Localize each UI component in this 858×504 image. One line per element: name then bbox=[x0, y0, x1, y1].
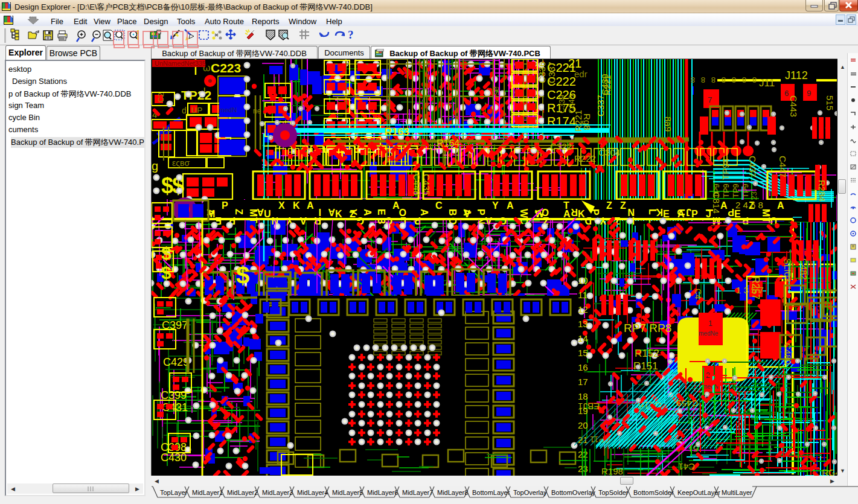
svg-text:U: U bbox=[264, 209, 271, 219]
svg-text:R174: R174 bbox=[547, 115, 576, 128]
svg-text:11: 11 bbox=[578, 290, 587, 300]
svg-text:K: K bbox=[656, 207, 663, 217]
svg-text:MidLayer7: MidLayer7 bbox=[402, 489, 433, 496]
svg-text:8: 8 bbox=[711, 75, 716, 85]
svg-text:TopSolder: TopSolder bbox=[598, 489, 629, 496]
svg-text:C448: C448 bbox=[412, 174, 422, 196]
svg-text:R: R bbox=[571, 207, 578, 217]
svg-text:εςвσ: εςвσ bbox=[172, 158, 190, 168]
svg-text:6: 6 bbox=[784, 89, 789, 98]
svg-text:K: K bbox=[578, 209, 585, 219]
svg-text:C336: C336 bbox=[537, 62, 547, 83]
svg-text:13: 13 bbox=[578, 319, 588, 329]
svg-text:BottomOverlay: BottomOverlay bbox=[551, 489, 595, 496]
svg-text:se: se bbox=[491, 86, 501, 95]
svg-text:12: 12 bbox=[578, 304, 588, 314]
svg-text:C429: C429 bbox=[163, 356, 189, 368]
svg-text:C431: C431 bbox=[162, 401, 188, 413]
svg-text:TopOverlay: TopOverlay bbox=[513, 489, 547, 496]
svg-text:15: 15 bbox=[578, 348, 588, 358]
svg-text:E: E bbox=[376, 209, 386, 215]
svg-text:J: J bbox=[686, 207, 691, 217]
svg-text:C2: C2 bbox=[156, 92, 165, 103]
svg-text:medNe: medNe bbox=[699, 330, 719, 337]
svg-text:R284: R284 bbox=[817, 180, 827, 202]
svg-text:Rg8: Rg8 bbox=[582, 113, 592, 130]
svg-text:BottomLayer: BottomLayer bbox=[472, 489, 510, 496]
svg-text:g: g bbox=[152, 159, 158, 173]
svg-text:1 3 5 7: 1 3 5 7 bbox=[736, 285, 764, 295]
svg-text:TP9: TP9 bbox=[731, 183, 740, 198]
svg-text:TP9: TP9 bbox=[722, 183, 731, 198]
svg-text:B: B bbox=[447, 209, 458, 216]
svg-text:9: 9 bbox=[807, 89, 811, 98]
svg-text:ne: ne bbox=[253, 107, 261, 115]
svg-text:A: A bbox=[777, 200, 784, 211]
svg-text:10: 10 bbox=[578, 275, 588, 285]
svg-text:UP: UP bbox=[191, 106, 202, 115]
svg-text:BottomSolder: BottomSolder bbox=[633, 489, 674, 496]
svg-text:R198: R198 bbox=[601, 466, 623, 476]
svg-text:515: 515 bbox=[825, 95, 835, 110]
svg-text:8a9: 8a9 bbox=[663, 116, 673, 132]
svg-text:E: E bbox=[663, 209, 670, 219]
svg-text:C435: C435 bbox=[421, 174, 432, 196]
svg-text:8: 8 bbox=[732, 75, 736, 85]
svg-text:P: P bbox=[476, 209, 486, 215]
svg-text:KeepOutLayer: KeepOutLayer bbox=[677, 489, 720, 496]
svg-text:A: A bbox=[507, 200, 514, 211]
svg-text:20: 20 bbox=[578, 420, 588, 430]
svg-text:K: K bbox=[335, 209, 342, 219]
svg-text:X: X bbox=[278, 200, 285, 211]
svg-text:MidLayer3: MidLayer3 bbox=[262, 489, 293, 496]
svg-text:P: P bbox=[728, 207, 734, 217]
svg-text:E: E bbox=[734, 209, 741, 219]
svg-text:C340: C340 bbox=[567, 95, 576, 113]
svg-text:C: C bbox=[435, 200, 443, 211]
svg-text:UnNamedNet335: UnNamedNet335 bbox=[155, 60, 206, 67]
svg-text:MidLayer8: MidLayer8 bbox=[437, 489, 468, 496]
svg-text:J11: J11 bbox=[759, 77, 775, 89]
svg-text:A: A bbox=[257, 207, 264, 217]
svg-text:Z: Z bbox=[234, 209, 244, 215]
svg-text:8: 8 bbox=[722, 75, 726, 85]
svg-text:A: A bbox=[563, 209, 571, 219]
svg-text:MidLayer6: MidLayer6 bbox=[367, 489, 398, 496]
svg-text:C447: C447 bbox=[778, 156, 788, 177]
svg-text:TopLayer: TopLayer bbox=[160, 489, 188, 496]
svg-text:18: 18 bbox=[578, 391, 588, 401]
svg-text:RG4: RG4 bbox=[822, 467, 837, 476]
svg-text:C41: C41 bbox=[678, 462, 695, 472]
svg-text:TP9: TP9 bbox=[741, 183, 750, 198]
svg-text:D: D bbox=[584, 215, 592, 226]
svg-text:R163: R163 bbox=[385, 126, 409, 138]
svg-text:C814: C814 bbox=[711, 192, 722, 214]
svg-text:?: ? bbox=[348, 28, 354, 41]
svg-text:C223: C223 bbox=[211, 61, 241, 75]
svg-text:C437: C437 bbox=[748, 156, 758, 177]
svg-text:MidLayer5: MidLayer5 bbox=[332, 489, 363, 496]
svg-text:C339: C339 bbox=[557, 95, 566, 113]
svg-text:C439: C439 bbox=[600, 74, 610, 95]
svg-text:A: A bbox=[299, 215, 307, 226]
svg-text:C337: C337 bbox=[595, 95, 606, 116]
svg-text:Z: Z bbox=[606, 200, 612, 211]
svg-text:J112: J112 bbox=[785, 69, 808, 81]
svg-text:MidLayer4: MidLayer4 bbox=[297, 489, 328, 496]
svg-text:M: M bbox=[712, 215, 720, 226]
svg-text:R222: R222 bbox=[574, 153, 596, 164]
svg-text:C480: C480 bbox=[783, 343, 793, 365]
svg-text:P: P bbox=[222, 200, 228, 211]
svg-text:C322: C322 bbox=[550, 141, 572, 152]
svg-text:8: 8 bbox=[742, 75, 746, 85]
svg-text:R: R bbox=[314, 215, 321, 226]
svg-text:A: A bbox=[677, 209, 685, 219]
svg-text:289: 289 bbox=[835, 83, 837, 98]
svg-text:C4: C4 bbox=[693, 289, 703, 299]
svg-text:EBJ1: EBJ1 bbox=[578, 401, 600, 412]
svg-text:P: P bbox=[691, 209, 698, 219]
svg-text:A: A bbox=[328, 207, 335, 217]
svg-text:Y: Y bbox=[492, 200, 499, 211]
svg-text:7: 7 bbox=[708, 95, 712, 104]
svg-text:MidLayer2: MidLayer2 bbox=[227, 489, 258, 496]
